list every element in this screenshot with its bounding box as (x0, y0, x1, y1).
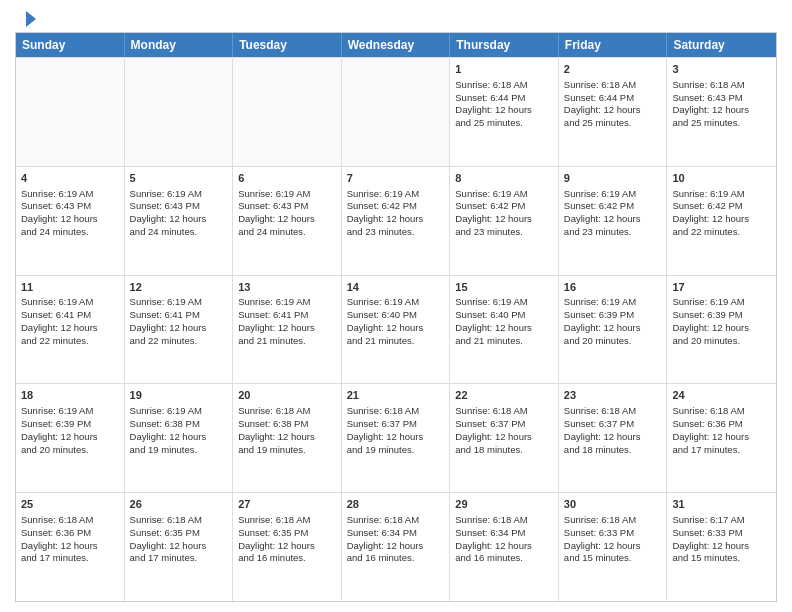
day-number: 12 (130, 280, 228, 295)
cal-cell-day: 8Sunrise: 6:19 AMSunset: 6:42 PMDaylight… (450, 167, 559, 275)
day-info-line: and 16 minutes. (347, 552, 445, 565)
day-info-line: Sunrise: 6:17 AM (672, 514, 771, 527)
day-info-line: Sunrise: 6:18 AM (21, 514, 119, 527)
day-info-line: Daylight: 12 hours (455, 322, 553, 335)
day-info-line: Sunrise: 6:18 AM (455, 514, 553, 527)
cal-cell-day: 7Sunrise: 6:19 AMSunset: 6:42 PMDaylight… (342, 167, 451, 275)
day-info-line: and 20 minutes. (564, 335, 662, 348)
day-info-line: Sunset: 6:43 PM (130, 200, 228, 213)
day-info-line: Sunset: 6:42 PM (564, 200, 662, 213)
day-info-line: Sunset: 6:34 PM (455, 527, 553, 540)
cal-cell-day: 30Sunrise: 6:18 AMSunset: 6:33 PMDayligh… (559, 493, 668, 601)
calendar-header: SundayMondayTuesdayWednesdayThursdayFrid… (16, 33, 776, 57)
day-info-line: Sunrise: 6:18 AM (238, 405, 336, 418)
day-info-line: and 18 minutes. (455, 444, 553, 457)
day-info-line: Daylight: 12 hours (130, 540, 228, 553)
day-info-line: and 22 minutes. (672, 226, 771, 239)
day-info-line: Sunrise: 6:19 AM (238, 188, 336, 201)
header (15, 10, 777, 24)
cal-cell-empty (16, 58, 125, 166)
day-info-line: Sunset: 6:42 PM (672, 200, 771, 213)
cal-cell-day: 11Sunrise: 6:19 AMSunset: 6:41 PMDayligh… (16, 276, 125, 384)
day-info-line: Daylight: 12 hours (130, 322, 228, 335)
day-number: 26 (130, 497, 228, 512)
day-info-line: Sunrise: 6:19 AM (455, 296, 553, 309)
day-info-line: and 17 minutes. (130, 552, 228, 565)
day-number: 5 (130, 171, 228, 186)
day-info-line: and 20 minutes. (21, 444, 119, 457)
day-info-line: Daylight: 12 hours (21, 431, 119, 444)
day-info-line: Sunrise: 6:18 AM (347, 514, 445, 527)
day-info-line: Sunset: 6:35 PM (238, 527, 336, 540)
day-info-line: Daylight: 12 hours (564, 431, 662, 444)
day-info-line: and 15 minutes. (564, 552, 662, 565)
cal-cell-day: 12Sunrise: 6:19 AMSunset: 6:41 PMDayligh… (125, 276, 234, 384)
day-number: 6 (238, 171, 336, 186)
day-number: 14 (347, 280, 445, 295)
day-info-line: and 22 minutes. (21, 335, 119, 348)
calendar: SundayMondayTuesdayWednesdayThursdayFrid… (15, 32, 777, 602)
day-info-line: and 24 minutes. (238, 226, 336, 239)
cal-header-day: Friday (559, 33, 668, 57)
day-info-line: Sunrise: 6:19 AM (130, 296, 228, 309)
cal-header-day: Monday (125, 33, 234, 57)
day-number: 22 (455, 388, 553, 403)
cal-cell-day: 18Sunrise: 6:19 AMSunset: 6:39 PMDayligh… (16, 384, 125, 492)
calendar-week: 11Sunrise: 6:19 AMSunset: 6:41 PMDayligh… (16, 275, 776, 384)
day-info-line: Daylight: 12 hours (238, 322, 336, 335)
cal-cell-day: 26Sunrise: 6:18 AMSunset: 6:35 PMDayligh… (125, 493, 234, 601)
day-info-line: Sunrise: 6:19 AM (21, 405, 119, 418)
cal-cell-empty (342, 58, 451, 166)
cal-cell-day: 24Sunrise: 6:18 AMSunset: 6:36 PMDayligh… (667, 384, 776, 492)
day-info-line: and 19 minutes. (130, 444, 228, 457)
day-info-line: Daylight: 12 hours (347, 540, 445, 553)
logo-flag-icon (16, 10, 36, 28)
calendar-body: 1Sunrise: 6:18 AMSunset: 6:44 PMDaylight… (16, 57, 776, 601)
day-info-line: and 20 minutes. (672, 335, 771, 348)
day-info-line: Daylight: 12 hours (238, 213, 336, 226)
day-info-line: Sunrise: 6:19 AM (672, 296, 771, 309)
day-number: 2 (564, 62, 662, 77)
day-info-line: Sunrise: 6:18 AM (238, 514, 336, 527)
svg-marker-0 (26, 11, 36, 27)
day-info-line: Daylight: 12 hours (672, 322, 771, 335)
day-number: 24 (672, 388, 771, 403)
day-info-line: Daylight: 12 hours (130, 213, 228, 226)
day-info-line: Sunrise: 6:18 AM (455, 405, 553, 418)
day-info-line: and 15 minutes. (672, 552, 771, 565)
cal-cell-day: 17Sunrise: 6:19 AMSunset: 6:39 PMDayligh… (667, 276, 776, 384)
cal-cell-empty (125, 58, 234, 166)
day-info-line: and 25 minutes. (455, 117, 553, 130)
day-info-line: Sunset: 6:37 PM (564, 418, 662, 431)
day-number: 31 (672, 497, 771, 512)
cal-cell-day: 22Sunrise: 6:18 AMSunset: 6:37 PMDayligh… (450, 384, 559, 492)
cal-cell-day: 25Sunrise: 6:18 AMSunset: 6:36 PMDayligh… (16, 493, 125, 601)
day-number: 28 (347, 497, 445, 512)
day-info-line: Sunrise: 6:19 AM (347, 296, 445, 309)
cal-cell-day: 3Sunrise: 6:18 AMSunset: 6:43 PMDaylight… (667, 58, 776, 166)
day-info-line: and 19 minutes. (347, 444, 445, 457)
calendar-week: 4Sunrise: 6:19 AMSunset: 6:43 PMDaylight… (16, 166, 776, 275)
day-info-line: and 23 minutes. (455, 226, 553, 239)
day-info-line: and 23 minutes. (347, 226, 445, 239)
day-info-line: Sunset: 6:37 PM (347, 418, 445, 431)
day-info-line: and 17 minutes. (672, 444, 771, 457)
cal-cell-day: 1Sunrise: 6:18 AMSunset: 6:44 PMDaylight… (450, 58, 559, 166)
day-info-line: Sunrise: 6:19 AM (347, 188, 445, 201)
day-number: 20 (238, 388, 336, 403)
day-info-line: Sunset: 6:36 PM (672, 418, 771, 431)
day-info-line: Sunset: 6:40 PM (455, 309, 553, 322)
day-info-line: and 19 minutes. (238, 444, 336, 457)
cal-cell-day: 16Sunrise: 6:19 AMSunset: 6:39 PMDayligh… (559, 276, 668, 384)
day-info-line: and 23 minutes. (564, 226, 662, 239)
day-info-line: Daylight: 12 hours (21, 540, 119, 553)
day-info-line: Sunrise: 6:19 AM (238, 296, 336, 309)
day-info-line: Sunset: 6:44 PM (455, 92, 553, 105)
day-number: 23 (564, 388, 662, 403)
day-info-line: Daylight: 12 hours (672, 104, 771, 117)
day-info-line: Daylight: 12 hours (455, 540, 553, 553)
cal-cell-day: 23Sunrise: 6:18 AMSunset: 6:37 PMDayligh… (559, 384, 668, 492)
day-info-line: Sunset: 6:35 PM (130, 527, 228, 540)
day-info-line: and 22 minutes. (130, 335, 228, 348)
day-info-line: Sunset: 6:33 PM (672, 527, 771, 540)
